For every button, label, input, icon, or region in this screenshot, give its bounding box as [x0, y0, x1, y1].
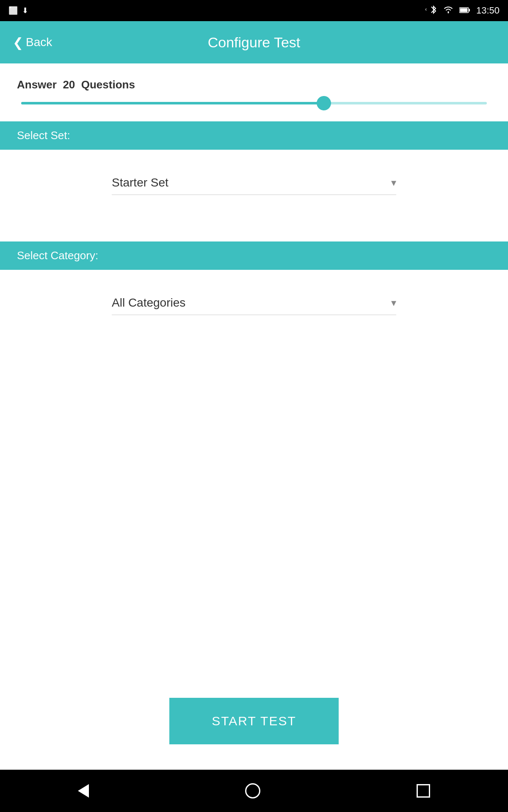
bluetooth-icon: ʿ [425, 5, 437, 16]
slider-fill [21, 102, 324, 104]
nav-bar [0, 770, 508, 812]
select-set-header: Select Set: [0, 121, 508, 150]
start-test-button[interactable]: START TEST [169, 698, 339, 744]
select-category-label: Select Category: [17, 249, 98, 262]
screen-icon: ⬜ [8, 6, 18, 15]
status-bar: ⬜ ⬇ ʿ 13:50 [0, 0, 508, 21]
svg-rect-1 [460, 8, 467, 12]
app-bar: ❮ Back Configure Test [0, 21, 508, 63]
nav-recent-button[interactable] [417, 784, 430, 798]
middle-space [0, 336, 508, 685]
battery-icon [459, 6, 470, 15]
wifi-icon [443, 6, 453, 16]
select-category-header: Select Category: [0, 241, 508, 270]
nav-home-button[interactable] [245, 783, 260, 798]
page-title: Configure Test [208, 34, 301, 51]
nav-back-icon [78, 784, 89, 798]
back-label: Back [26, 36, 52, 49]
back-arrow-icon: ❮ [13, 35, 23, 50]
set-section-spacer [0, 216, 508, 241]
status-bar-right-icons: ʿ 13:50 [425, 5, 500, 16]
category-dropdown-arrow-icon: ▾ [391, 297, 396, 309]
main-content: Answer 20 Questions Select Set: Starter … [0, 63, 508, 770]
questions-count: 20 [63, 78, 75, 91]
set-dropdown[interactable]: Starter Set ▾ [112, 171, 396, 195]
questions-prefix: Answer [17, 78, 57, 91]
slider-thumb[interactable] [317, 96, 331, 110]
select-category-section: All Categories ▾ [0, 270, 508, 336]
select-set-section: Starter Set ▾ [0, 150, 508, 216]
svg-rect-2 [469, 9, 470, 11]
nav-recent-icon [417, 784, 430, 798]
status-time: 13:50 [476, 5, 500, 16]
category-dropdown[interactable]: All Categories ▾ [112, 291, 396, 315]
questions-suffix: Questions [81, 78, 135, 91]
nav-back-button[interactable] [78, 784, 89, 798]
slider-container [17, 102, 491, 104]
back-button[interactable]: ❮ Back [13, 35, 52, 50]
select-set-label: Select Set: [17, 129, 70, 142]
set-dropdown-wrapper: Starter Set ▾ [17, 167, 491, 199]
status-bar-left-icons: ⬜ ⬇ [8, 6, 28, 15]
nav-home-icon [245, 783, 260, 798]
set-dropdown-arrow-icon: ▾ [391, 177, 396, 189]
slider-track [21, 102, 487, 104]
start-test-container: START TEST [0, 685, 508, 770]
set-dropdown-value: Starter Set [112, 176, 168, 189]
questions-label: Answer 20 Questions [17, 78, 491, 91]
category-dropdown-wrapper: All Categories ▾ [17, 287, 491, 319]
questions-section: Answer 20 Questions [0, 63, 508, 121]
category-dropdown-value: All Categories [112, 296, 185, 310]
download-icon: ⬇ [22, 6, 28, 15]
